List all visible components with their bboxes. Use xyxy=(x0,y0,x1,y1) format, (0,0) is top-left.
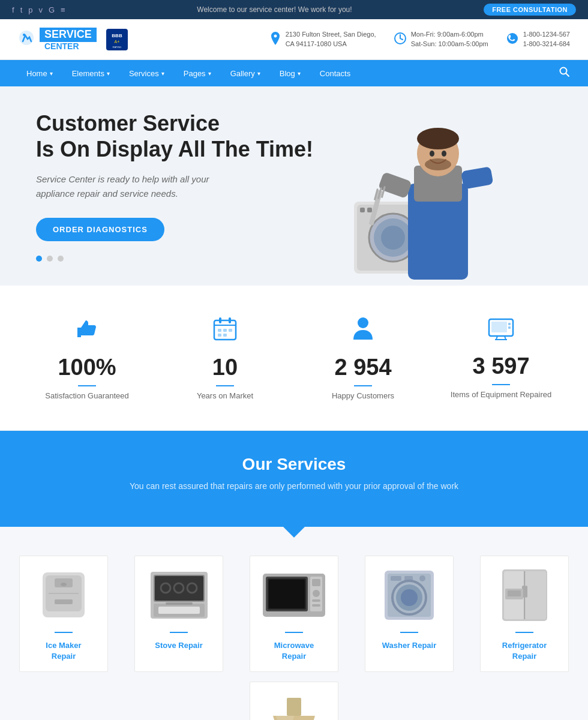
svg-rect-79 xyxy=(525,586,527,598)
svg-rect-41 xyxy=(508,323,511,325)
phone-text: 1-800-1234-567 1-800-3214-684 xyxy=(523,30,570,49)
years-value: 10 xyxy=(156,355,294,380)
services-arrow xyxy=(282,526,306,538)
svg-rect-55 xyxy=(158,607,200,614)
phone-contact: 1-800-1234-567 1-800-3214-684 xyxy=(506,30,570,49)
nav-blog[interactable]: Blog ▾ xyxy=(271,60,309,86)
service-washer[interactable]: Washer Repair xyxy=(365,556,454,672)
hero-subtitle: Service Center is ready to help with all… xyxy=(36,172,240,201)
svg-rect-32 xyxy=(229,317,231,323)
svg-rect-62 xyxy=(312,579,320,586)
nav-pages[interactable]: Pages ▾ xyxy=(175,60,220,86)
phone-icon xyxy=(506,32,518,47)
hours-contact: Mon-Fri: 9:00am-6:00pm Sat-Sun: 10:00am-… xyxy=(394,30,488,49)
svg-marker-86 xyxy=(276,716,294,720)
twitter-icon[interactable]: t xyxy=(20,5,23,14)
stat-equipment: 3 597 Items of Equipment Repaired xyxy=(432,317,570,399)
service-divider-2 xyxy=(170,632,188,633)
person-icon xyxy=(294,316,432,347)
google-icon[interactable]: G xyxy=(49,5,55,14)
svg-rect-31 xyxy=(219,317,221,323)
nav-contacts[interactable]: Contacts xyxy=(311,60,359,86)
nav-services[interactable]: Services ▾ xyxy=(121,60,173,86)
nav-elements[interactable]: Elements ▾ xyxy=(64,60,118,86)
header-contacts: 2130 Fulton Street, San Diego, CA 94117-… xyxy=(270,30,570,49)
pinterest-icon[interactable]: p xyxy=(28,5,32,14)
order-diagnostics-button[interactable]: ORDER DIAGNOSTICS xyxy=(36,218,164,241)
service-divider-3 xyxy=(285,632,303,633)
nav-gallery[interactable]: Gallery ▾ xyxy=(222,60,269,86)
svg-rect-65 xyxy=(312,604,320,607)
svg-rect-42 xyxy=(508,326,511,329)
svg-text:RATING: RATING xyxy=(112,46,121,49)
svg-rect-37 xyxy=(223,334,227,337)
svg-rect-34 xyxy=(223,329,227,332)
social-links[interactable]: f t p v G ≡ xyxy=(12,5,65,14)
stat-divider-3 xyxy=(354,385,372,386)
hero-section: Customer Service Is On Display All The T… xyxy=(0,86,588,285)
svg-text:A+: A+ xyxy=(114,40,119,44)
range-hood-image xyxy=(261,694,327,720)
stats-section: 100% Satisfaction Guaranteed 10 Years on… xyxy=(0,286,588,431)
svg-rect-72 xyxy=(404,576,413,581)
hero-content: Customer Service Is On Display All The T… xyxy=(36,110,552,261)
svg-line-9 xyxy=(566,73,569,76)
hero-dot-1[interactable] xyxy=(36,256,42,262)
address-contact: 2130 Fulton Street, San Diego, CA 94117-… xyxy=(270,30,376,49)
service-name-washer: Washer Repair xyxy=(371,640,447,651)
service-refrigerator[interactable]: RefrigeratorRepair xyxy=(480,556,569,672)
years-label: Years on Market xyxy=(156,391,294,400)
rss-icon[interactable]: ≡ xyxy=(61,5,65,14)
svg-point-1 xyxy=(23,34,25,36)
svg-rect-36 xyxy=(218,334,221,337)
svg-rect-81 xyxy=(508,590,521,596)
services-subtitle: You can rest assured that repairs are on… xyxy=(18,481,570,491)
services-grid: Ice MakerRepair Stove Repair xyxy=(0,527,588,720)
chevron-down-icon: ▾ xyxy=(208,70,211,77)
search-icon[interactable] xyxy=(559,67,570,80)
service-ice-maker[interactable]: Ice MakerRepair xyxy=(19,556,108,672)
hero-dots xyxy=(36,256,552,262)
hero-dot-3[interactable] xyxy=(58,256,64,262)
stove-image xyxy=(146,568,212,622)
refrigerator-image xyxy=(491,568,557,622)
stat-satisfaction: 100% Satisfaction Guaranteed xyxy=(18,316,156,400)
svg-rect-56 xyxy=(166,602,193,605)
hero-dot-2[interactable] xyxy=(47,256,53,262)
stat-years: 10 Years on Market xyxy=(156,316,294,400)
stat-divider-2 xyxy=(216,385,234,386)
satisfaction-label: Satisfaction Guaranteed xyxy=(18,391,156,400)
clock-icon xyxy=(394,32,406,47)
svg-point-63 xyxy=(313,590,320,597)
location-icon xyxy=(270,32,281,47)
svg-rect-40 xyxy=(491,322,507,332)
satisfaction-value: 100% xyxy=(18,355,156,380)
services-header: Our Services You can rest assured that r… xyxy=(0,431,588,527)
chevron-down-icon: ▾ xyxy=(298,70,301,77)
chevron-down-icon: ▾ xyxy=(50,70,53,77)
svg-point-70 xyxy=(401,589,418,606)
service-name-refrigerator: RefrigeratorRepair xyxy=(487,640,562,662)
service-name-microwave: MicrowaveRepair xyxy=(256,640,332,662)
svg-point-47 xyxy=(61,583,67,586)
service-microwave[interactable]: MicrowaveRepair xyxy=(250,556,338,672)
facebook-icon[interactable]: f xyxy=(12,5,14,14)
free-consultation-button[interactable]: FREE CONSULTATION xyxy=(484,4,576,16)
equipment-label: Items of Equipment Repaired xyxy=(432,390,570,399)
nav-home[interactable]: Home ▾ xyxy=(18,60,61,86)
stat-customers: 2 954 Happy Customers xyxy=(294,316,432,400)
top-bar: f t p v G ≡ Welcome to our service cente… xyxy=(0,0,588,19)
nav-items: Home ▾ Elements ▾ Services ▾ Pages ▾ Gal… xyxy=(18,60,359,86)
service-range-hood[interactable]: Range HoodRepair xyxy=(250,682,338,720)
stat-divider-4 xyxy=(492,384,510,385)
service-stove[interactable]: Stove Repair xyxy=(134,556,223,672)
logo[interactable]: SERVICE CENTER BBB A+ RATING xyxy=(18,28,128,51)
ice-maker-image xyxy=(31,568,97,622)
svg-rect-64 xyxy=(312,599,320,602)
address-text: 2130 Fulton Street, San Diego, CA 94117-… xyxy=(286,30,376,49)
top-bar-message: Welcome to our service center! We work f… xyxy=(197,5,352,14)
service-name-ice-maker: Ice MakerRepair xyxy=(26,640,101,662)
customers-value: 2 954 xyxy=(294,355,432,380)
stat-divider-1 xyxy=(78,385,96,386)
vimeo-icon[interactable]: v xyxy=(38,5,43,14)
